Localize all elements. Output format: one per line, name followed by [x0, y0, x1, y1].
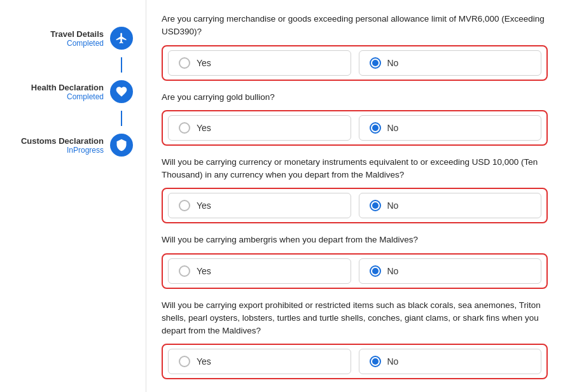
- question-text-4: Will you be carrying ambergris when you …: [162, 234, 548, 246]
- question-3-options-highlight: Yes No: [162, 188, 548, 223]
- question-4-no-radio-inner: [372, 268, 379, 274]
- question-text-5: Will you be carrying export prohibited o…: [162, 299, 548, 338]
- question-2-yes[interactable]: Yes: [168, 115, 351, 141]
- question-1-options-highlight: Yes No: [162, 45, 548, 81]
- sidebar-item-health-declaration[interactable]: Health Declaration Completed: [0, 73, 146, 111]
- question-5-no[interactable]: No: [359, 349, 542, 374]
- question-3-no[interactable]: No: [359, 193, 542, 218]
- question-2-yes-label: Yes: [197, 123, 211, 133]
- question-5-options: Yes No: [168, 349, 541, 374]
- question-4-yes[interactable]: Yes: [168, 258, 351, 284]
- customs-declaration-label: Customs Declaration: [21, 136, 104, 146]
- health-declaration-status: Completed: [31, 92, 104, 101]
- main-content: Are you carrying merchandise or goods ex…: [146, 0, 563, 392]
- question-1-no-label: No: [387, 58, 399, 68]
- question-4-no[interactable]: No: [359, 258, 542, 284]
- customs-declaration-icon: [110, 134, 133, 157]
- question-1-no[interactable]: No: [359, 50, 542, 76]
- question-text-1: Are you carrying merchandise or goods ex…: [162, 13, 548, 39]
- question-5-no-label: No: [387, 356, 399, 367]
- question-2-no-radio: [370, 122, 381, 134]
- travel-details-status: Completed: [50, 39, 104, 48]
- question-text-3: Will you be carrying currency or monetar…: [162, 156, 548, 182]
- question-1-yes-label: Yes: [197, 58, 211, 68]
- question-2-options-highlight: Yes No: [162, 110, 548, 146]
- question-1-no-radio: [370, 57, 381, 69]
- question-4-no-label: No: [387, 266, 399, 276]
- connector-1: [121, 57, 122, 73]
- question-4-yes-radio: [179, 265, 190, 277]
- sidebar-item-travel-details[interactable]: Travel Details Completed: [0, 19, 146, 57]
- question-5-no-radio: [370, 356, 381, 367]
- question-2-no-label: No: [387, 123, 399, 133]
- sidebar: Travel Details Completed Health Declarat…: [0, 0, 146, 392]
- question-1-yes-radio: [179, 57, 190, 69]
- question-5-no-radio-inner: [372, 358, 379, 365]
- health-declaration-icon: [110, 80, 133, 103]
- travel-details-label: Travel Details: [50, 29, 104, 39]
- question-text-2: Are you carrying gold bullion?: [162, 91, 548, 104]
- question-3-no-radio-inner: [372, 202, 379, 209]
- question-3-yes-label: Yes: [197, 200, 211, 211]
- customs-declaration-status: InProgress: [21, 146, 104, 155]
- health-declaration-label: Health Declaration: [31, 83, 104, 92]
- question-2-yes-radio: [179, 122, 190, 134]
- question-2-options: Yes No: [168, 115, 541, 141]
- question-5-options-highlight: Yes No: [162, 344, 548, 379]
- question-block-4: Will you be carrying ambergris when you …: [162, 234, 548, 288]
- question-3-options: Yes No: [168, 193, 541, 218]
- question-block-2: Are you carrying gold bullion? Yes No: [162, 91, 548, 146]
- question-block-1: Are you carrying merchandise or goods ex…: [162, 13, 548, 81]
- question-4-options-highlight: Yes No: [162, 253, 548, 289]
- travel-details-icon: [110, 27, 133, 50]
- question-5-yes-radio: [179, 356, 190, 367]
- footer: Back Finish: [162, 389, 548, 392]
- question-block-5: Will you be carrying export prohibited o…: [162, 299, 548, 380]
- question-3-yes[interactable]: Yes: [168, 193, 351, 218]
- question-3-no-label: No: [387, 200, 399, 211]
- question-4-yes-label: Yes: [197, 266, 211, 276]
- question-3-yes-radio: [179, 200, 190, 211]
- question-4-options: Yes No: [168, 258, 541, 284]
- question-2-no[interactable]: No: [359, 115, 542, 141]
- question-1-yes[interactable]: Yes: [168, 50, 351, 76]
- question-3-no-radio: [370, 200, 381, 211]
- question-5-yes-label: Yes: [197, 356, 211, 367]
- sidebar-item-customs-declaration[interactable]: Customs Declaration InProgress: [0, 126, 146, 164]
- question-1-no-radio-inner: [372, 60, 379, 66]
- question-4-no-radio: [370, 265, 381, 277]
- question-1-options: Yes No: [168, 50, 541, 76]
- question-block-3: Will you be carrying currency or monetar…: [162, 156, 548, 224]
- question-2-no-radio-inner: [372, 125, 379, 131]
- connector-2: [121, 111, 122, 126]
- question-5-yes[interactable]: Yes: [168, 349, 351, 374]
